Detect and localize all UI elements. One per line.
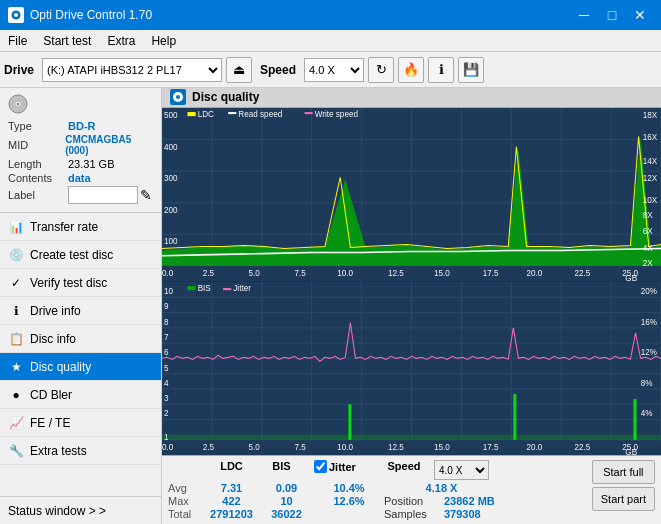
transfer-rate-icon: 📊 (8, 219, 24, 235)
info-button[interactable]: ℹ (428, 57, 454, 83)
svg-text:17.5: 17.5 (483, 443, 499, 452)
svg-rect-51 (228, 112, 236, 114)
nav-verify-test-disc[interactable]: ✓ Verify test disc (0, 269, 161, 297)
nav-cd-bler[interactable]: ● CD Bler (0, 381, 161, 409)
svg-text:400: 400 (164, 143, 178, 152)
disc-contents-value: data (68, 172, 91, 184)
svg-text:5.0: 5.0 (249, 269, 261, 278)
speed-select[interactable]: 4.0 X (304, 58, 364, 82)
svg-rect-53 (305, 112, 313, 114)
svg-text:0.0: 0.0 (162, 443, 174, 452)
disc-label-row: Label ✎ (8, 186, 153, 204)
svg-text:Jitter: Jitter (233, 284, 251, 293)
max-label: Max (168, 495, 204, 507)
nav-disc-info-label: Disc info (30, 332, 76, 346)
disc-header-icon (8, 94, 28, 114)
svg-text:5: 5 (164, 363, 169, 372)
disc-contents-row: Contents data (8, 172, 153, 184)
maximize-button[interactable]: □ (599, 2, 625, 28)
disc-mid-row: MID CMCMAGBA5 (000) (8, 134, 153, 156)
drive-select[interactable]: (K:) ATAPI iHBS312 2 PL17 (42, 58, 222, 82)
disc-type-row: Type BD-R (8, 120, 153, 132)
upper-chart: 500 400 300 200 100 18X 16X 14X 12X 10X … (162, 108, 661, 282)
ldc-header: LDC (204, 460, 259, 480)
disc-mid-label: MID (8, 139, 65, 151)
svg-point-4 (17, 103, 20, 106)
start-part-button[interactable]: Start part (592, 487, 655, 511)
stats-empty (168, 460, 204, 480)
titlebar: Opti Drive Control 1.70 ─ □ ✕ (0, 0, 661, 30)
eject-button[interactable]: ⏏ (226, 57, 252, 83)
nav-extra-tests[interactable]: 🔧 Extra tests (0, 437, 161, 465)
svg-text:0.0: 0.0 (162, 269, 174, 278)
svg-text:2.5: 2.5 (203, 269, 215, 278)
svg-text:7.5: 7.5 (294, 443, 306, 452)
svg-text:12.5: 12.5 (388, 269, 404, 278)
avg-bis-value: 0.09 (259, 482, 314, 494)
verify-test-disc-icon: ✓ (8, 275, 24, 291)
menu-help[interactable]: Help (143, 30, 184, 51)
nav-disc-quality[interactable]: ★ Disc quality (0, 353, 161, 381)
svg-text:Write speed: Write speed (315, 110, 358, 119)
svg-text:3: 3 (164, 394, 169, 403)
refresh-button[interactable]: ↻ (368, 57, 394, 83)
main-area: Type BD-R MID CMCMAGBA5 (000) Length 23.… (0, 88, 661, 524)
disc-quality-header: Disc quality (162, 88, 661, 108)
checkbox-space (304, 460, 314, 480)
nav-fe-te[interactable]: 📈 FE / TE (0, 409, 161, 437)
nav-fe-te-label: FE / TE (30, 416, 70, 430)
samples-label: Samples (384, 508, 444, 520)
svg-text:GB: GB (625, 274, 637, 281)
svg-text:12%: 12% (641, 348, 657, 357)
max-ldc-value: 422 (204, 495, 259, 507)
disc-quality-title: Disc quality (192, 90, 259, 104)
disc-header (8, 94, 153, 114)
svg-text:12.5: 12.5 (388, 443, 404, 452)
menu-file[interactable]: File (0, 30, 35, 51)
svg-rect-110 (223, 288, 231, 290)
charts-area: 500 400 300 200 100 18X 16X 14X 12X 10X … (162, 108, 661, 455)
speed-header: Speed (374, 460, 434, 480)
burn-button[interactable]: 🔥 (398, 57, 424, 83)
jitter-checkbox[interactable] (314, 460, 327, 473)
avg-speed-select[interactable]: 4.0 X (434, 460, 489, 480)
save-button[interactable]: 💾 (458, 57, 484, 83)
start-full-button[interactable]: Start full (592, 460, 655, 484)
nav-disc-info[interactable]: 📋 Disc info (0, 325, 161, 353)
menu-start-test[interactable]: Start test (35, 30, 99, 51)
cd-bler-icon: ● (8, 387, 24, 403)
svg-text:17.5: 17.5 (483, 269, 499, 278)
svg-text:5.0: 5.0 (249, 443, 261, 452)
svg-rect-78 (348, 404, 351, 440)
speed-select-col: 4.0 X (434, 460, 489, 480)
stats-table: LDC BIS Jitter Speed 4.0 X (168, 460, 655, 520)
svg-text:200: 200 (164, 206, 178, 215)
svg-text:2X: 2X (643, 259, 654, 268)
svg-text:20%: 20% (641, 287, 657, 296)
nav-create-test-disc[interactable]: 💿 Create test disc (0, 241, 161, 269)
svg-text:7: 7 (164, 333, 169, 342)
disc-length-label: Length (8, 158, 68, 170)
bis-header: BIS (259, 460, 304, 480)
minimize-button[interactable]: ─ (571, 2, 597, 28)
menu-extra[interactable]: Extra (99, 30, 143, 51)
status-window-button[interactable]: Status window > > (0, 496, 161, 524)
avg-row: Avg 7.31 0.09 10.4% 4.18 X (168, 482, 588, 494)
max-bis-value: 10 (259, 495, 314, 507)
svg-text:6X: 6X (643, 227, 654, 236)
nav-extra-tests-label: Extra tests (30, 444, 87, 458)
stats-left: LDC BIS Jitter Speed 4.0 X (168, 460, 588, 520)
nav-drive-info[interactable]: ℹ Drive info (0, 297, 161, 325)
disc-label-input[interactable] (68, 186, 138, 204)
disc-label-label: Label (8, 189, 68, 201)
svg-text:8X: 8X (643, 211, 654, 220)
svg-text:15.0: 15.0 (434, 443, 450, 452)
titlebar-controls[interactable]: ─ □ ✕ (571, 2, 653, 28)
close-button[interactable]: ✕ (627, 2, 653, 28)
drive-info-icon: ℹ (8, 303, 24, 319)
nav-transfer-rate[interactable]: 📊 Transfer rate (0, 213, 161, 241)
label-edit-icon[interactable]: ✎ (140, 187, 152, 203)
stats-panel: LDC BIS Jitter Speed 4.0 X (162, 455, 661, 524)
svg-text:10.0: 10.0 (337, 269, 353, 278)
svg-text:9: 9 (164, 302, 169, 311)
